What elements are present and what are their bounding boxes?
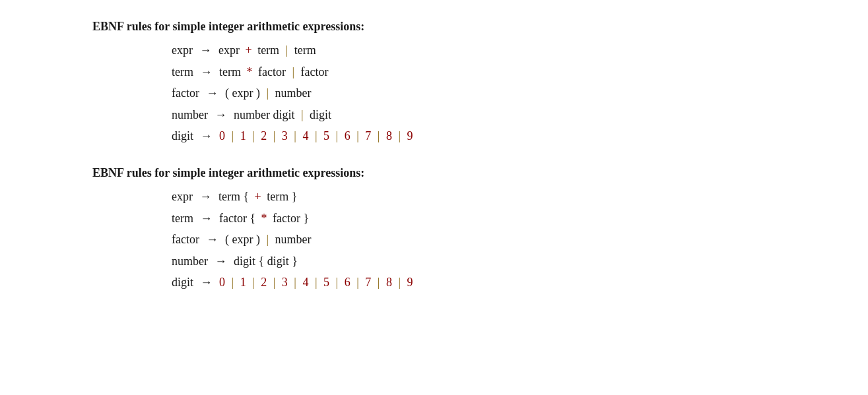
lhs-term-1: term <box>172 62 193 82</box>
rhs-factor-1: ( expr ) | number <box>225 83 312 104</box>
rhs-term-2: factor { * factor } <box>219 208 309 229</box>
rule-digit-2: digit → 0 | 1 | 2 | 3 | 4 | 5 | 6 | 7 | … <box>172 272 828 293</box>
section-2: EBNF rules for simple integer arithmetic… <box>40 166 828 293</box>
lhs-expr-1: expr <box>172 40 193 61</box>
rule-digit-1: digit → 0 | 1 | 2 | 3 | 4 | 5 | 6 | 7 | … <box>172 126 828 146</box>
rhs-expr-2: term { + term } <box>218 187 297 207</box>
rule-number-1: number → number digit | digit <box>172 105 828 125</box>
rhs-number-2: digit { digit } <box>234 251 298 272</box>
arrow-4: → <box>212 105 230 125</box>
section-1: EBNF rules for simple integer arithmetic… <box>40 20 828 146</box>
lhs-expr-2: expr <box>172 187 193 207</box>
lhs-factor-1: factor <box>172 83 199 104</box>
rule-factor-1: factor → ( expr ) | number <box>172 83 828 104</box>
lhs-digit-2: digit <box>172 272 193 293</box>
arrow-1: → <box>197 40 215 61</box>
rhs-factor-2: ( expr ) | number <box>225 229 312 250</box>
page-content: EBNF rules for simple integer arithmetic… <box>40 20 828 293</box>
lhs-number-2: number <box>172 251 208 272</box>
arrow-2: → <box>197 62 215 82</box>
rule-term-2: term → factor { * factor } <box>172 208 828 229</box>
arrow-3: → <box>203 83 221 104</box>
rule-expr-2: expr → term { + term } <box>172 187 828 207</box>
lhs-term-2: term <box>172 208 193 229</box>
rule-expr-1: expr → expr + term | term <box>172 40 828 61</box>
arrow-10: → <box>197 272 215 293</box>
lhs-digit-1: digit <box>172 126 193 146</box>
arrow-8: → <box>203 229 221 250</box>
rhs-number-1: number digit | digit <box>234 105 331 125</box>
lhs-factor-2: factor <box>172 229 199 250</box>
rule-number-2: number → digit { digit } <box>172 251 828 272</box>
lhs-number-1: number <box>172 105 208 125</box>
arrow-5: → <box>197 126 215 146</box>
rhs-term-1: term * factor | factor <box>219 62 329 82</box>
section-1-rules: expr → expr + term | term term → term * … <box>40 40 828 146</box>
rule-term-1: term → term * factor | factor <box>172 62 828 82</box>
rhs-digit-2: 0 | 1 | 2 | 3 | 4 | 5 | 6 | 7 | 8 | 9 <box>219 272 413 293</box>
rhs-expr-1: expr + term | term <box>218 40 316 61</box>
section-1-title: EBNF rules for simple integer arithmetic… <box>40 20 828 34</box>
rule-factor-2: factor → ( expr ) | number <box>172 229 828 250</box>
arrow-7: → <box>197 208 215 229</box>
rhs-digit-1: 0 | 1 | 2 | 3 | 4 | 5 | 6 | 7 | 8 | 9 <box>219 126 413 146</box>
section-2-title: EBNF rules for simple integer arithmetic… <box>40 166 828 180</box>
section-2-rules: expr → term { + term } term → factor { *… <box>40 187 828 293</box>
arrow-6: → <box>197 187 215 207</box>
arrow-9: → <box>212 251 230 272</box>
